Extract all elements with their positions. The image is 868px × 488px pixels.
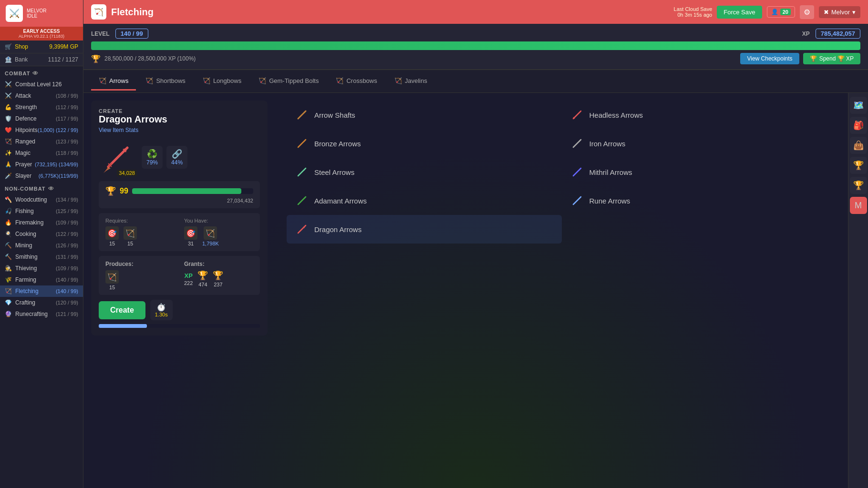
sidebar-item-firemaking[interactable]: 🔥Firemaking (109 / 99) [0, 217, 83, 228]
sidebar-item-prayer[interactable]: 🙏Prayer (732,195) (134/99) [0, 159, 83, 170]
xp-progress-row: 🏆 99 [105, 186, 253, 196]
magic-level: (118 / 99) [56, 150, 78, 156]
tab-longbows[interactable]: 🏹 Longbows [195, 72, 249, 91]
grants-label: Grants: [184, 261, 253, 267]
rune-arrows-name: Rune Arrows [589, 197, 630, 205]
tab-arrows[interactable]: 🏹 Arrows [91, 72, 136, 91]
force-save-button[interactable]: Force Save [717, 6, 762, 19]
logo-text: MELVOR IDLE [27, 8, 47, 19]
tab-shortbows-label: Shortbows [156, 77, 185, 84]
sidebar-item-farming[interactable]: 🌾Farming (140 / 99) [0, 274, 83, 285]
cooking-icon: 🍳 [5, 231, 12, 237]
woodcutting-icon: 🪓 [5, 196, 12, 203]
item-preview-row: 34,028 ♻️ 79% 🔗 44% [99, 138, 260, 176]
user-menu-button[interactable]: ✖ Melvor ▾ [819, 6, 860, 18]
sidebar-item-strength[interactable]: 💪Strength (112 / 99) [0, 102, 83, 113]
content-area: CREATE Dragon Arrows View Item Stats 34,… [83, 93, 868, 488]
slayer-label: Slayer [15, 173, 31, 179]
mastery-unlock-badge: 🔗 44% [166, 146, 187, 169]
tab-crossbows[interactable]: 🏹 Crossbows [328, 72, 384, 91]
tab-longbows-label: Longbows [213, 77, 241, 84]
main-progress-bar [91, 41, 860, 50]
list-item-dragon-arrows[interactable]: Dragon Arrows [287, 215, 562, 244]
have-item-2-count: 1,798K [202, 241, 219, 246]
create-label: CREATE [99, 108, 260, 114]
page-title: Fletching [111, 7, 154, 18]
pool-grant-item: 🏆 237 [213, 270, 223, 287]
fishing-level: (125 / 99) [56, 208, 78, 214]
shop-label[interactable]: Shop [15, 43, 28, 50]
sidebar-bank[interactable]: 🏦 Bank 1112 / 1127 [0, 53, 83, 66]
tab-gem-tipped-bolts[interactable]: 🏹 Gem-Tipped Bolts [251, 72, 326, 91]
sidebar-item-thieving[interactable]: 🕵️Thieving (109 / 99) [0, 263, 83, 274]
sidebar-item-woodcutting[interactable]: 🪓Woodcutting (134 / 99) [0, 194, 83, 205]
tab-javelins-label: Javelins [405, 77, 427, 84]
right-icon-bag[interactable]: 🎒 [850, 117, 867, 134]
thieving-icon: 🕵️ [5, 265, 12, 272]
list-item-headless-arrows[interactable]: Headless Arrows [562, 101, 837, 129]
right-icon-pouch[interactable]: 👜 [850, 137, 867, 154]
view-item-stats-link[interactable]: View Item Stats [99, 127, 260, 133]
strength-label: Strength [15, 104, 37, 111]
tab-shortbows[interactable]: 🏹 Shortbows [138, 72, 193, 91]
req-row: Requires: 🎯 15 🏹 15 [105, 218, 253, 246]
list-item-bronze-arrows[interactable]: Bronze Arrows [287, 129, 562, 158]
sidebar-item-hitpoints[interactable]: ❤️Hitpoints (1,000) (122 / 99) [0, 124, 83, 136]
list-item-arrow-shafts[interactable]: Arrow Shafts [287, 101, 562, 129]
list-item-rune-arrows[interactable]: Rune Arrows [562, 186, 837, 215]
sidebar-item-smithing[interactable]: 🔨Smithing (131 / 99) [0, 251, 83, 263]
bank-label[interactable]: Bank [15, 56, 28, 63]
tab-javelins[interactable]: 🏹 Javelins [387, 72, 435, 91]
strength-level: (112 / 99) [56, 104, 78, 110]
user-icon: ✖ [824, 9, 829, 16]
tabs-area: 🏹 Arrows 🏹 Shortbows 🏹 Longbows 🏹 Gem-Ti… [83, 70, 868, 93]
list-item-mithril-arrows[interactable]: Mithril Arrows [562, 158, 837, 186]
notification-button[interactable]: 👤 20 [767, 6, 795, 18]
sidebar-item-fishing[interactable]: 🎣Fishing (125 / 99) [0, 205, 83, 217]
list-item-steel-arrows[interactable]: Steel Arrows [287, 158, 562, 186]
items-list: Arrow Shafts Headless Arrows Bronze Arro… [275, 93, 848, 488]
defence-level: (117 / 99) [56, 116, 78, 122]
firemaking-label: Firemaking [15, 219, 43, 226]
spend-xp-button[interactable]: 🏆 Spend 🏆 XP [803, 53, 860, 64]
defence-icon: 🛡️ [5, 115, 12, 122]
sidebar-item-slayer[interactable]: 🗡️Slayer (6,775K)(119/99) [0, 170, 83, 182]
combat-visibility-toggle[interactable]: 👁 [32, 70, 39, 77]
magic-label: Magic [15, 150, 31, 156]
hitpoints-label: Hitpoints [15, 127, 38, 133]
view-checkpoints-button[interactable]: View Checkpoints [740, 53, 799, 64]
right-icon-trophy2[interactable]: 🏆 [850, 177, 867, 194]
strength-icon: 💪 [5, 104, 12, 111]
sidebar-item-magic[interactable]: ✨Magic (118 / 99) [0, 147, 83, 159]
chevron-down-icon: ▾ [852, 9, 856, 16]
sidebar-item-fletching[interactable]: 🏹Fletching (140 / 99) [0, 285, 83, 297]
right-icon-map[interactable]: 🗺️ [850, 97, 867, 114]
requires-col: Requires: 🎯 15 🏹 15 [105, 218, 175, 246]
right-icon-melvor[interactable]: M [850, 197, 867, 214]
sidebar-item-ranged[interactable]: 🏹Ranged (123 / 99) [0, 136, 83, 147]
dragon-arrow-svg [101, 141, 134, 174]
mastery-grant-item: 🏆 474 [197, 270, 208, 287]
combat-level-icon: ⚔️ [5, 81, 12, 88]
farming-icon: 🌾 [5, 276, 12, 283]
list-item-iron-arrows[interactable]: Iron Arrows [562, 129, 837, 158]
sidebar-item-runecrafting[interactable]: 🔮Runecrafting (121 / 99) [0, 308, 83, 320]
sidebar-money[interactable]: 🛒 Shop 9,399M GP [0, 41, 83, 53]
fletching-label: Fletching [15, 288, 39, 295]
right-icon-trophy1[interactable]: 🏆 [850, 157, 867, 174]
list-item-adamant-arrows[interactable]: Adamant Arrows [287, 186, 562, 215]
mastery-progress-fill [132, 188, 241, 194]
smithing-level: (131 / 99) [56, 254, 78, 260]
tab-arrows-label: Arrows [109, 77, 128, 84]
grant-items: XP 222 🏆 474 🏆 237 [184, 270, 253, 287]
sidebar-item-mining[interactable]: ⛏️Mining (126 / 99) [0, 240, 83, 251]
sidebar-item-crafting[interactable]: 💎Crafting (120 / 99) [0, 297, 83, 308]
create-button[interactable]: Create [99, 301, 145, 319]
settings-button[interactable]: ⚙ [800, 5, 814, 19]
sidebar-item-defence[interactable]: 🛡️Defence (117 / 99) [0, 113, 83, 124]
farming-label: Farming [15, 276, 36, 283]
tab-gem-bolts-label: Gem-Tipped Bolts [269, 77, 319, 84]
sidebar-item-attack[interactable]: ⚔️Attack (108 / 99) [0, 90, 83, 102]
sidebar-item-cooking[interactable]: 🍳Cooking (122 / 99) [0, 228, 83, 240]
non-combat-visibility-toggle[interactable]: 👁 [48, 185, 54, 192]
